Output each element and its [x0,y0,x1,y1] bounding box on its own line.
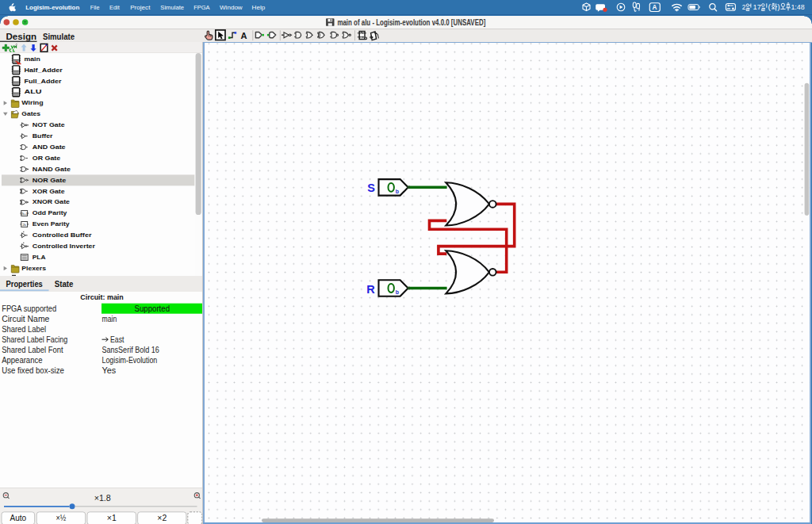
svg-text:Plexers: Plexers [21,264,46,271]
svg-text:Buffer: Buffer [33,132,53,140]
svg-text:Gates: Gates [21,110,40,117]
svg-text:main: main [25,55,40,62]
svg-text:Circuit: main: Circuit: main [80,293,124,301]
svg-text:State: State [55,280,74,289]
svg-text:×2: ×2 [157,514,167,522]
svg-text:17: 17 [753,2,761,11]
svg-text:Controlled Buffer: Controlled Buffer [33,231,92,239]
svg-text:Shared Label Font: Shared Label Font [2,346,63,354]
svg-text:FPGA supported: FPGA supported [2,304,56,313]
svg-text:R: R [366,283,375,296]
svg-text:Logisim-evolution: Logisim-evolution [25,4,79,11]
svg-text:b: b [396,290,399,296]
svg-text:AND Gate: AND Gate [33,143,66,150]
svg-text:Window: Window [220,4,243,11]
svg-text:×1: ×1 [107,514,117,522]
svg-text:Half_Adder: Half_Adder [25,66,63,73]
svg-text:SansSerif Bold 16: SansSerif Bold 16 [102,346,160,354]
svg-text:): ) [777,2,779,11]
svg-text:2: 2 [742,2,746,11]
svg-text:Wiring: Wiring [21,99,43,106]
svg-text:PLA: PLA [33,253,46,260]
svg-text:Simulate: Simulate [160,4,184,11]
svg-text:NOT Gate: NOT Gate [33,121,65,128]
svg-text:S: S [367,182,375,195]
svg-text:OR Gate: OR Gate [33,154,61,161]
svg-text:FPGA: FPGA [193,4,210,11]
svg-text:1:48: 1:48 [791,2,804,11]
svg-text:File: File [90,4,100,11]
svg-text:XNOR Gate: XNOR Gate [33,198,71,205]
svg-text:Even Parity: Even Parity [33,220,70,228]
svg-text:Yes: Yes [102,366,117,375]
svg-text:NAND Gate: NAND Gate [33,165,71,172]
svg-text:ALU: ALU [25,88,42,95]
svg-text:Simulate: Simulate [43,31,75,40]
svg-text:Logisim-Evolution: Logisim-Evolution [102,356,158,365]
svg-text:Shared Label Facing: Shared Label Facing [2,335,67,344]
svg-text:East: East [110,335,124,344]
svg-text:NOR Gate: NOR Gate [33,176,67,183]
svg-text:Circuit Name: Circuit Name [2,315,50,323]
svg-text:XOR Gate: XOR Gate [33,187,65,194]
svg-text:A: A [653,4,657,11]
svg-text:Supported: Supported [135,304,170,313]
svg-text:Odd Parity: Odd Parity [33,209,67,216]
svg-text:A: A [240,30,247,40]
svg-text:2k: 2k [23,222,26,226]
svg-text:Design: Design [6,31,37,40]
svg-text:2k+1: 2k+1 [21,211,29,215]
svg-text:Help: Help [252,4,266,11]
svg-text:Full_Adder: Full_Adder [25,77,62,84]
svg-text:main of alu - Logisim-evolutio: main of alu - Logisim-evolution v4.0.0 [… [337,17,485,26]
svg-text:Appearance: Appearance [2,356,43,365]
svg-text:×½: ×½ [56,514,67,522]
svg-text:Auto: Auto [10,514,27,522]
svg-text:Project: Project [130,4,151,11]
svg-text:×1.8: ×1.8 [94,494,112,503]
svg-text:b: b [396,189,399,194]
svg-text:main: main [102,315,117,323]
svg-text:Properties: Properties [6,280,43,289]
svg-text:Controlled Inverter: Controlled Inverter [33,243,95,250]
svg-text:Edit: Edit [109,4,121,11]
svg-text:Use fixed box-size: Use fixed box-size [2,366,64,375]
svg-text:Shared Label: Shared Label [2,325,46,334]
